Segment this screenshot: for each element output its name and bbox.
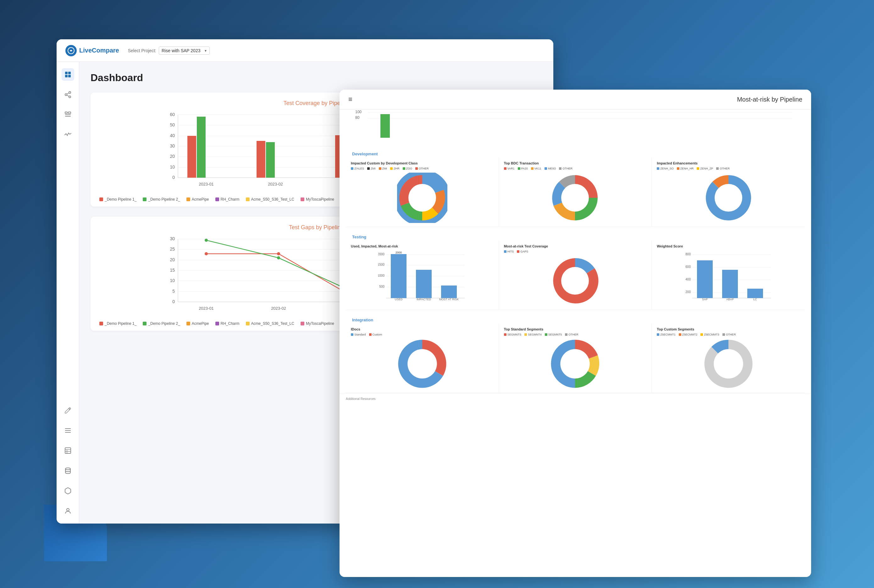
svg-rect-10 [65, 112, 67, 114]
svg-text:30: 30 [170, 236, 175, 241]
most-at-risk-coverage-title: Most-at-risk Test Coverage [504, 244, 647, 248]
sidebar-item-person[interactable] [61, 505, 74, 517]
logo-icon [65, 45, 77, 56]
sidebar-item-database[interactable] [61, 464, 74, 477]
svg-text:600: 600 [685, 265, 691, 268]
svg-text:25: 25 [170, 246, 175, 252]
svg-text:LC: LC [753, 298, 757, 300]
svg-point-6 [65, 94, 67, 96]
impacted-enhancements-title: Impacted Enhancements [657, 161, 800, 165]
logo-area: LiveCompare [65, 45, 119, 56]
weighted-score-bars: 800 600 400 200 [657, 250, 800, 300]
impacted-enhancements-cell: Impacted Enhancements ZENH_SO ZENH_HR ZE… [652, 158, 805, 227]
used-impacted-bars: 2000 1500 1000 500 2000 [351, 250, 493, 300]
svg-text:2023-01: 2023-01 [199, 182, 214, 186]
legend-color [246, 322, 250, 326]
legend-item: _Demo Pipeline 1_ [99, 197, 136, 201]
legend-item: RH_Charm [215, 321, 240, 326]
project-select[interactable]: Rise with SAP 2023 Project Alpha Project… [159, 46, 210, 55]
legend-color [215, 198, 219, 201]
project-label: Select Project: [128, 48, 156, 53]
svg-text:15: 15 [170, 268, 175, 273]
svg-text:500: 500 [379, 285, 384, 288]
svg-text:SAP: SAP [702, 298, 708, 300]
idocs-cell: IDocs Standard Custom [346, 324, 499, 393]
svg-rect-13 [65, 116, 71, 117]
svg-text:0: 0 [172, 299, 175, 304]
sidebar-item-lines[interactable] [61, 424, 74, 437]
svg-rect-39 [197, 117, 205, 178]
svg-text:2023-01: 2023-01 [199, 306, 214, 310]
svg-text:20: 20 [170, 257, 175, 262]
hamburger-icon[interactable]: ≡ [348, 95, 352, 104]
logo-text: LiveCompare [79, 47, 119, 54]
idocs-title: IDocs [351, 327, 493, 331]
svg-point-69 [277, 256, 280, 260]
integration-charts-grid: IDocs Standard Custom [346, 324, 805, 393]
svg-point-86 [715, 184, 742, 212]
svg-point-7 [69, 96, 71, 98]
top-bdc-title: Top BDC Transaction [504, 161, 647, 165]
svg-text:0: 0 [172, 175, 175, 180]
svg-text:400: 400 [685, 278, 691, 281]
sidebar-item-share[interactable] [61, 88, 74, 101]
legend-color [99, 198, 103, 201]
svg-text:10: 10 [170, 278, 175, 283]
legend-color [301, 198, 304, 201]
legend-color [186, 198, 190, 201]
legend-color [186, 322, 190, 326]
top-standard-segments-cell: Top Standard Segments SEGMNTS SEGMNT4 SE… [499, 324, 652, 393]
top-standard-segments-donut [504, 339, 647, 389]
legend-item: Acme_S50_S36_Test_LC [246, 197, 294, 201]
svg-text:200: 200 [685, 290, 691, 294]
weighted-score-title: Weighted Score [657, 244, 800, 248]
impacted-enhancements-donut [657, 172, 800, 223]
svg-text:ABAP: ABAP [726, 298, 734, 300]
legend-item: Acme_S50_S36_Test_LC [246, 321, 294, 326]
legend-color [99, 322, 103, 326]
integration-section: Integration IDocs Standard Custom [340, 310, 811, 393]
svg-point-85 [561, 184, 589, 212]
svg-rect-38 [187, 136, 196, 178]
footer-text: Additional Resources [346, 397, 376, 400]
used-impacted-title: Used, Impacted, Most-at-risk [351, 244, 493, 248]
sidebar-item-grid[interactable] [61, 108, 74, 121]
sidebar-item-activity[interactable] [61, 129, 74, 141]
impacted-custom-cell: Impacted Custom by Development Class Z/A… [346, 158, 499, 227]
svg-rect-99 [441, 285, 457, 298]
svg-text:800: 800 [685, 252, 691, 256]
legend-item: _Demo Pipeline 2_ [143, 197, 180, 201]
legend-color [215, 322, 219, 326]
svg-point-65 [205, 252, 208, 255]
legend-color [143, 198, 147, 201]
idocs-legend: Standard Custom [351, 333, 493, 336]
report-window: ≡ Most-at-risk by Pipeline 100 80 Develo… [340, 90, 811, 577]
top-standard-segments-title: Top Standard Segments [504, 327, 647, 331]
sidebar-item-box[interactable] [61, 484, 74, 497]
impacted-custom-donut [351, 172, 493, 223]
svg-text:1000: 1000 [378, 274, 384, 278]
topbar: LiveCompare Select Project: Rise with SA… [57, 39, 553, 62]
svg-point-121 [714, 349, 743, 379]
svg-text:2023-02: 2023-02 [271, 306, 286, 310]
most-at-risk-coverage-cell: Most-at-risk Test Coverage HITS GAPS [499, 240, 652, 310]
sidebar-item-table[interactable] [61, 444, 74, 457]
svg-text:1500: 1500 [378, 263, 384, 266]
top-bdc-donut [504, 172, 647, 223]
top-bdc-legend: VAR1 PA20 VK11 ME0O OTHER [504, 167, 647, 170]
project-select-wrapper: Rise with SAP 2023 Project Alpha Project… [159, 46, 210, 55]
svg-rect-40 [256, 141, 265, 178]
sidebar-item-dashboard[interactable] [61, 68, 74, 81]
legend-item: AcmePipe [186, 197, 209, 201]
svg-text:5: 5 [172, 289, 175, 294]
sidebar-item-pencil[interactable] [61, 404, 74, 417]
top-custom-segments-cell: Top Custom Segments Z5ECMMT1 Z5ECMMT2 Z5… [652, 324, 805, 393]
svg-point-119 [408, 349, 437, 379]
svg-point-68 [205, 238, 208, 242]
svg-text:20: 20 [170, 154, 175, 159]
most-at-risk-donut [504, 256, 647, 306]
svg-rect-2 [68, 72, 71, 74]
svg-rect-1 [65, 72, 67, 74]
svg-point-22 [67, 508, 69, 511]
legend-item: _Demo Pipeline 1_ [99, 321, 136, 326]
